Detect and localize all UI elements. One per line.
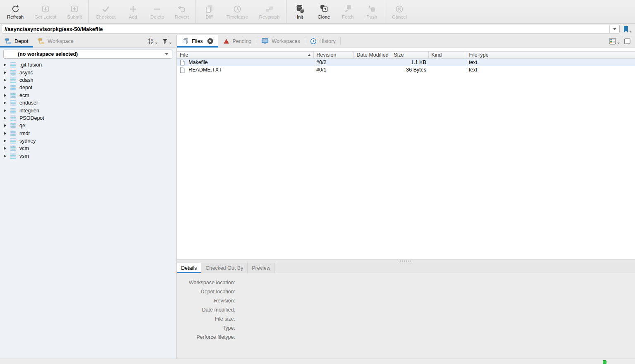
- tab-workspace[interactable]: Workspace: [33, 35, 78, 47]
- clone-icon: [319, 4, 329, 14]
- depot-icon: [10, 145, 16, 151]
- close-tab-button[interactable]: [207, 38, 213, 44]
- tree-item[interactable]: async: [0, 69, 176, 76]
- tab-label: Pending: [232, 38, 251, 44]
- address-path[interactable]: //async/asyncvisorpkg/esx-50/Makefile: [2, 26, 609, 32]
- checkout-button[interactable]: Checkout: [90, 0, 121, 23]
- chevron-down-icon: [169, 43, 172, 44]
- tab-workspaces[interactable]: Workspaces: [256, 35, 305, 47]
- revert-button[interactable]: Revert: [169, 0, 194, 23]
- clone-button[interactable]: Clone: [312, 0, 336, 23]
- expand-arrow-icon[interactable]: [4, 94, 6, 97]
- expand-arrow-icon[interactable]: [4, 109, 6, 112]
- tab-history[interactable]: History: [305, 35, 341, 47]
- column-header-size[interactable]: Size: [391, 52, 428, 59]
- tree-item-label: enduser: [19, 100, 38, 106]
- table-row[interactable]: README.TXT #0/1 36 Bytes text: [177, 66, 635, 74]
- timelapse-button[interactable]: Timelapse: [221, 0, 254, 23]
- get-latest-button[interactable]: Get Latest: [29, 0, 62, 23]
- fetch-button[interactable]: Fetch: [336, 0, 360, 23]
- tab-label: History: [320, 38, 336, 44]
- chevron-down-icon: [629, 31, 632, 33]
- tree-item[interactable]: enduser: [0, 99, 176, 107]
- expand-arrow-icon[interactable]: [4, 101, 6, 105]
- diff-icon: [205, 4, 214, 14]
- file-name: README.TXT: [189, 67, 222, 73]
- expand-arrow-icon[interactable]: [4, 79, 6, 82]
- tree-item[interactable]: vcm: [0, 145, 176, 152]
- push-button[interactable]: Push: [360, 0, 384, 23]
- tree-item[interactable]: ecm: [0, 92, 176, 99]
- tree-item[interactable]: .git-fusion: [0, 61, 176, 69]
- tab-details[interactable]: Details: [177, 263, 201, 273]
- sort-button[interactable]: A Z: [147, 38, 158, 45]
- pending-triangle-icon: [223, 38, 229, 44]
- tab-depot[interactable]: Depot: [0, 35, 33, 47]
- add-button[interactable]: Add: [121, 0, 145, 23]
- bookmark-button[interactable]: [623, 26, 633, 33]
- file-revision: #0/1: [313, 66, 353, 74]
- details-splitter-handle[interactable]: ••••••: [177, 259, 635, 263]
- expand-arrow-icon[interactable]: [4, 63, 6, 67]
- tree-item[interactable]: vsm: [0, 152, 176, 160]
- tab-label: Workspaces: [272, 38, 300, 44]
- chevron-down-icon: [155, 43, 158, 44]
- files-pages-icon: [182, 38, 189, 45]
- tree-item[interactable]: depot: [0, 84, 176, 91]
- column-header-date-modified[interactable]: Date Modified: [353, 52, 391, 59]
- detail-view-button[interactable]: [609, 38, 620, 45]
- expand-arrow-icon[interactable]: [4, 155, 6, 158]
- delete-button[interactable]: Delete: [145, 0, 169, 23]
- expand-arrow-icon[interactable]: [4, 124, 6, 127]
- tree-item[interactable]: qe: [0, 122, 176, 129]
- toolbar-label: Revert: [175, 15, 189, 19]
- tree-item[interactable]: sydney: [0, 137, 176, 145]
- field-label: Revision:: [177, 298, 238, 304]
- tree-item[interactable]: cdash: [0, 76, 176, 84]
- tree-item[interactable]: PSODepot: [0, 114, 176, 122]
- expand-arrow-icon[interactable]: [4, 86, 6, 89]
- depot-icon: [10, 100, 16, 106]
- toggle-preview-pane-button[interactable]: [624, 38, 631, 45]
- expand-arrow-icon[interactable]: [4, 139, 6, 143]
- expand-arrow-icon[interactable]: [4, 132, 6, 135]
- tree-item[interactable]: integrien: [0, 107, 176, 114]
- refresh-button[interactable]: Refresh: [2, 0, 29, 23]
- main-tabbar: Files Pending: [177, 35, 635, 48]
- column-header-file[interactable]: File: [177, 52, 313, 59]
- revgraph-button[interactable]: Revgraph: [253, 0, 285, 23]
- address-input[interactable]: //async/asyncvisorpkg/esx-50/Makefile: [2, 25, 620, 33]
- depot-icon: [10, 108, 16, 114]
- delete-icon: [153, 4, 162, 14]
- table-row[interactable]: Makefile #0/2 1.1 KB text: [177, 59, 635, 67]
- column-header-revision[interactable]: Revision: [313, 52, 353, 59]
- tab-files[interactable]: Files: [177, 35, 218, 47]
- tab-checked-out-by[interactable]: Checked Out By: [201, 263, 248, 273]
- expand-arrow-icon[interactable]: [4, 71, 6, 74]
- init-button[interactable]: Init: [288, 0, 312, 23]
- expand-arrow-icon[interactable]: [4, 147, 6, 150]
- depot-tree: .git-fusion async cdash depot ecm enduse…: [0, 61, 176, 160]
- filter-button[interactable]: [162, 38, 172, 45]
- tree-item[interactable]: rmdt: [0, 130, 176, 137]
- depot-tree-panel: (no workspace selected) .git-fusion asyn…: [0, 48, 176, 359]
- field-label: Type:: [177, 325, 238, 331]
- expand-arrow-icon[interactable]: [4, 117, 6, 120]
- tab-preview[interactable]: Preview: [248, 263, 275, 273]
- submit-button[interactable]: Submit: [62, 0, 87, 23]
- field-label: Date modified:: [177, 307, 238, 313]
- file-list-panel: File Revision Date Modified Size Kind Fi…: [177, 48, 635, 259]
- toolbar-label: Fetch: [342, 15, 354, 19]
- tab-pending[interactable]: Pending: [218, 35, 256, 47]
- fetch-icon: [343, 4, 353, 14]
- depot-icon: [10, 123, 16, 128]
- tree-item-label: cdash: [19, 77, 33, 83]
- column-header-filetype[interactable]: FileType: [466, 52, 635, 59]
- file-date-modified: [353, 66, 391, 74]
- workspace-selector[interactable]: (no workspace selected): [3, 50, 172, 59]
- column-header-kind[interactable]: Kind: [428, 52, 466, 59]
- cancel-button[interactable]: Cancel: [387, 0, 412, 23]
- diff-button[interactable]: Diff: [197, 0, 221, 23]
- toolbar-label: Submit: [67, 15, 82, 19]
- address-dropdown-button[interactable]: [609, 25, 619, 33]
